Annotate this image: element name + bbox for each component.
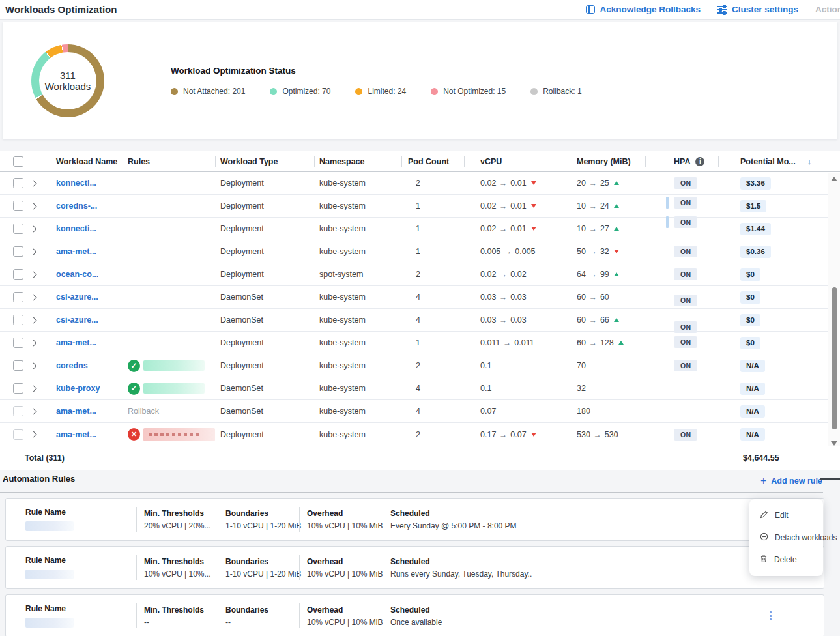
scroll-down-arrow-icon[interactable]	[831, 441, 837, 446]
cell-potential: $1.5	[718, 195, 813, 217]
cell-potential: $0	[718, 263, 813, 285]
boundaries-value: 1-10 vCPU | 1-20 MiB	[225, 521, 307, 530]
triangle-up-icon	[614, 181, 619, 185]
info-icon[interactable]: i	[695, 157, 704, 166]
hpa-on-badge: ON	[674, 268, 697, 280]
acknowledge-rollbacks-button[interactable]: Acknowledge Rollbacks	[586, 5, 701, 14]
column-header-rules[interactable]: Rules	[123, 151, 215, 171]
workload-name-link[interactable]: coredns	[56, 361, 88, 370]
row-checkbox[interactable]	[13, 360, 23, 371]
value-from: 60	[577, 293, 586, 302]
rule-actions-column	[778, 601, 824, 631]
chevron-right-icon[interactable]	[31, 203, 37, 209]
potential-value-badge: $0	[740, 268, 760, 281]
arrow-right-icon: →	[589, 293, 597, 302]
x-circle-icon: ✕	[128, 428, 140, 441]
rule-name-label: Rule Name	[25, 508, 144, 517]
row-checkbox[interactable]	[13, 269, 23, 280]
chevron-right-icon[interactable]	[31, 385, 37, 392]
column-header-memory[interactable]: Memory (MiB)	[562, 151, 645, 171]
overhead-label: Overhead	[307, 605, 390, 614]
chevron-right-icon[interactable]	[31, 431, 37, 438]
value-to: 0.011	[514, 338, 534, 347]
chevron-right-icon[interactable]	[31, 408, 37, 414]
value-from: 0.02	[480, 179, 496, 188]
value-to: 25	[600, 179, 609, 188]
column-header-pods[interactable]: Pod Count	[401, 151, 464, 171]
row-checkbox[interactable]	[13, 292, 23, 302]
cluster-settings-button[interactable]: Cluster settings	[717, 5, 798, 14]
row-checkbox[interactable]	[13, 246, 23, 257]
workload-name-link[interactable]: coredns-...	[56, 201, 97, 210]
workload-name-link[interactable]: ocean-co...	[56, 270, 98, 279]
value-from: 0.1	[480, 384, 491, 393]
column-header-name[interactable]: Workload Name	[51, 151, 123, 171]
row-checkbox[interactable]	[13, 178, 23, 188]
column-header-hpa[interactable]: HPAi	[645, 151, 718, 171]
min-thresholds: Min. Thresholds--	[144, 601, 225, 631]
workload-name-link[interactable]: kube-proxy	[56, 384, 100, 393]
column-header-label: Rules	[128, 157, 150, 166]
workload-name-link[interactable]: ama-met...	[56, 338, 96, 347]
row-checkbox[interactable]	[13, 429, 23, 440]
chevron-right-icon[interactable]	[31, 225, 37, 232]
kebab-icon[interactable]	[767, 609, 774, 623]
cell-workload-name: coredns-...	[51, 195, 123, 217]
cell-hpa: ON	[645, 218, 718, 240]
cell-potential: $0.36	[718, 240, 813, 263]
workload-name-link[interactable]: ama-met...	[56, 247, 96, 256]
cell-workload-type: Deployment	[215, 423, 314, 446]
chevron-right-icon[interactable]	[31, 340, 37, 346]
column-header-namespace[interactable]: Namespace	[314, 151, 401, 171]
min-thresholds-label: Min. Thresholds	[144, 557, 225, 566]
arrow-right-icon: →	[589, 224, 597, 233]
column-header-vcpu[interactable]: vCPU	[464, 151, 562, 171]
select-all-checkbox[interactable]	[13, 156, 23, 167]
cell-workload-type: Deployment	[215, 172, 314, 194]
status-legend: Not Attached: 201Optimized: 70Limited: 2…	[171, 87, 582, 96]
menu-item-delete[interactable]: Delete	[749, 549, 823, 571]
row-checkbox[interactable]	[13, 338, 23, 348]
sort-arrow-down-icon[interactable]: ↓	[807, 156, 812, 166]
workload-name-link[interactable]: ama-met...	[56, 430, 96, 439]
scrollbar-thumb[interactable]	[832, 287, 837, 429]
actions-button[interactable]: Action	[815, 5, 840, 14]
row-checkbox[interactable]	[13, 224, 23, 234]
workloads-table: Workload NameRulesWorkload TypeNamespace…	[0, 151, 840, 470]
chevron-right-icon[interactable]	[31, 271, 37, 278]
row-checkbox[interactable]	[13, 383, 23, 394]
add-new-rule-button[interactable]: + Add new rule	[760, 475, 822, 487]
workload-name-link[interactable]: csi-azure...	[56, 293, 98, 302]
chevron-right-icon[interactable]	[31, 362, 37, 369]
plus-icon: +	[760, 475, 766, 487]
cell-expander	[31, 218, 51, 240]
column-header-type[interactable]: Workload Type	[215, 151, 314, 171]
cell-potential: N/A	[718, 400, 813, 422]
scroll-up-arrow-icon[interactable]	[831, 177, 837, 181]
table-scrollbar[interactable]	[828, 173, 840, 450]
cell-rules: Rollback	[123, 400, 215, 422]
workload-name-link[interactable]: ama-met...	[56, 407, 96, 416]
legend-label: Optimized: 70	[282, 87, 330, 96]
chevron-right-icon[interactable]	[31, 180, 37, 186]
workload-name-link[interactable]: csi-azure...	[56, 315, 98, 325]
row-checkbox[interactable]	[13, 406, 23, 416]
chevron-right-icon[interactable]	[31, 317, 37, 323]
workload-name-link[interactable]: konnecti...	[56, 224, 96, 233]
menu-item-edit[interactable]: Edit	[749, 504, 823, 527]
row-checkbox[interactable]	[13, 201, 23, 211]
value-to: 99	[600, 270, 609, 279]
row-checkbox[interactable]	[13, 315, 23, 325]
workload-name-link[interactable]: konnecti...	[56, 179, 96, 188]
menu-item-detach-workloads[interactable]: Detach workloads	[749, 527, 823, 549]
cell-checkbox	[0, 218, 31, 240]
cell-vcpu: 0.011→0.011	[464, 332, 562, 354]
cell-checkbox	[0, 400, 31, 422]
value-from: 0.005	[480, 247, 500, 256]
chevron-right-icon[interactable]	[31, 248, 37, 255]
sliders-icon	[717, 5, 727, 14]
chevron-right-icon[interactable]	[31, 294, 37, 300]
column-header-potential[interactable]: Potential Mo...↓	[718, 151, 813, 171]
overhead-label: Overhead	[307, 509, 390, 518]
value-from: 60	[577, 338, 586, 347]
